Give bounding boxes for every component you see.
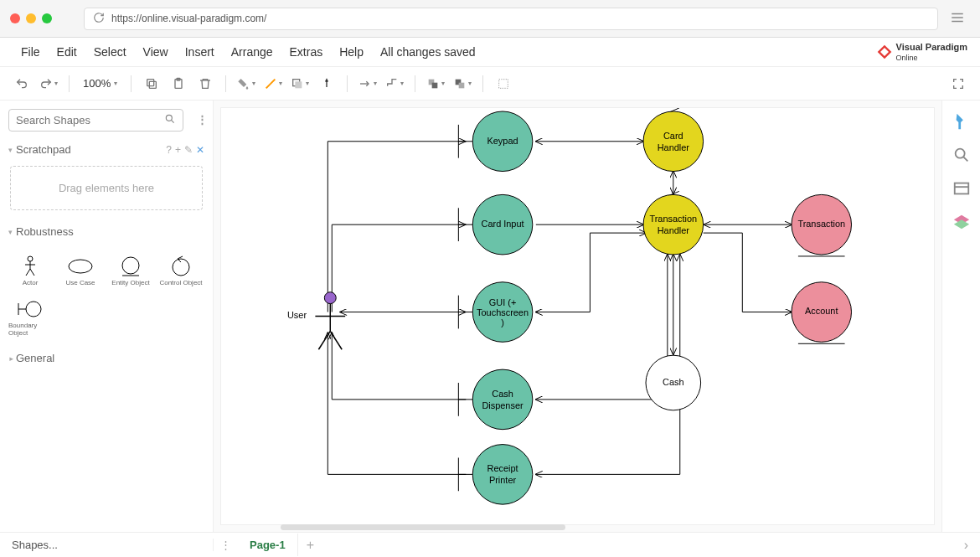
outline-panel-icon[interactable] (952, 179, 971, 198)
edge-gui-txhandler[interactable] (536, 233, 647, 312)
edge-user-printer[interactable] (328, 333, 466, 474)
node-receipt-printer[interactable]: ReceiptPrinter (458, 445, 532, 505)
node-account[interactable]: Account (792, 282, 852, 344)
more-shapes-icon[interactable]: ⋮ (192, 113, 213, 126)
svg-rect-5 (150, 81, 157, 88)
svg-point-32 (472, 111, 533, 172)
menu-select[interactable]: Select (85, 40, 135, 64)
zoom-dropdown[interactable]: 100%▾ (78, 77, 122, 90)
search-shapes[interactable] (8, 109, 183, 132)
sidebar: ⋮ ▾Scratchpad ? + ✎ ✕ Drag elements here… (0, 101, 214, 532)
svg-point-57 (643, 194, 704, 255)
toolbar-separator (347, 75, 348, 92)
node-card-input[interactable]: Card Input (458, 194, 532, 255)
close-window[interactable] (10, 13, 20, 23)
svg-text:User: User (287, 310, 307, 320)
svg-point-27 (26, 302, 41, 317)
palette-entity[interactable]: Entity Object (109, 250, 152, 290)
traffic-lights (10, 13, 52, 23)
menu-view[interactable]: View (135, 40, 177, 64)
format-panel-icon[interactable] (952, 112, 971, 131)
maximize-window[interactable] (42, 13, 52, 23)
toolbar-separator (482, 75, 483, 92)
minimize-window[interactable] (26, 13, 36, 23)
search-icon[interactable] (164, 113, 176, 127)
next-page-icon[interactable]: › (952, 538, 980, 553)
line-color-button[interactable]: ▾ (261, 72, 285, 95)
node-keypad[interactable]: Keypad (458, 111, 532, 172)
waypoint-style-button[interactable]: ▾ (383, 72, 406, 95)
horizontal-scrollbar[interactable] (281, 524, 565, 530)
palette-usecase[interactable]: Use Case (59, 250, 102, 290)
canvas-area[interactable]: Keypad Card Input GUI (+Touchscreen) Cas… (214, 101, 941, 532)
node-card-handler[interactable]: CardHandler (643, 108, 704, 172)
scratchpad-add-icon[interactable]: + (175, 144, 181, 156)
to-back-button[interactable]: ▾ (451, 72, 474, 95)
menu-arrange[interactable]: Arrange (223, 40, 281, 64)
menu-insert[interactable]: Insert (177, 40, 223, 64)
menu-file[interactable]: File (13, 40, 49, 64)
node-cash-dispenser[interactable]: CashDispenser (458, 369, 532, 430)
to-front-button[interactable]: ▾ (424, 72, 447, 95)
toolbar-separator (225, 75, 226, 92)
fill-color-button[interactable]: ▾ (235, 72, 258, 95)
edge-user-dispenser[interactable] (332, 333, 466, 400)
undo-button[interactable] (10, 72, 34, 95)
brand-name: Visual Paradigm (896, 42, 967, 52)
save-status: All changes saved (372, 40, 484, 64)
svg-point-68 (324, 292, 336, 304)
copy-button[interactable] (140, 72, 163, 95)
hamburger-menu-icon[interactable] (945, 10, 970, 28)
connection-style-button[interactable]: ▾ (356, 72, 379, 95)
add-page-icon[interactable]: + (298, 533, 322, 558)
menu-extras[interactable]: Extras (281, 40, 332, 64)
svg-point-63 (792, 282, 852, 343)
node-transaction-handler[interactable]: TransactionHandler (643, 191, 704, 255)
svg-point-60 (792, 194, 852, 255)
search-panel-icon[interactable] (952, 146, 971, 164)
menu-bar: File Edit Select View Insert Arrange Ext… (0, 38, 980, 67)
format-painter-button[interactable] (315, 72, 338, 95)
shadow-button[interactable]: ▾ (288, 72, 312, 95)
fullscreen-button[interactable] (946, 72, 970, 95)
menu-help[interactable]: Help (331, 40, 372, 64)
scratchpad-header[interactable]: ▾Scratchpad ? + ✎ ✕ (0, 138, 213, 161)
page-tab[interactable]: Page-1 (238, 534, 298, 556)
select-rect-button[interactable] (492, 72, 515, 95)
scratchpad-close-icon[interactable]: ✕ (196, 144, 204, 156)
svg-point-51 (472, 445, 533, 505)
edge-txhandler-account[interactable] (704, 233, 792, 312)
robustness-header[interactable]: ▾Robustness (0, 220, 213, 243)
tab-handle-icon[interactable]: ⋮ (214, 539, 238, 551)
svg-point-46 (472, 369, 533, 430)
node-gui[interactable]: GUI (+Touchscreen) (458, 282, 532, 343)
toolbar: ▾ 100%▾ ▾ ▾ ▾ ▾ ▾ ▾ ▾ (0, 67, 980, 101)
svg-rect-15 (499, 79, 508, 88)
menu-edit[interactable]: Edit (49, 40, 85, 64)
address-bar[interactable]: https://online.visual-paradigm.com/ (84, 8, 938, 30)
delete-button[interactable] (193, 72, 217, 95)
paste-button[interactable] (167, 72, 190, 95)
scratchpad-help-icon[interactable]: ? (166, 144, 172, 156)
node-cash[interactable]: Cash (646, 355, 701, 410)
window-chrome: https://online.visual-paradigm.com/ (0, 0, 980, 38)
node-user-actor[interactable]: User (287, 292, 345, 350)
edge-user-cardinput[interactable] (332, 224, 466, 312)
shapes-link[interactable]: Shapes... (0, 539, 214, 551)
scratchpad-edit-icon[interactable]: ✎ (184, 144, 193, 156)
svg-point-54 (643, 111, 704, 172)
general-header[interactable]: ▾General (0, 347, 213, 369)
search-input[interactable] (16, 114, 164, 126)
refresh-icon[interactable] (93, 12, 105, 26)
node-transaction[interactable]: Transaction (792, 194, 852, 256)
redo-button[interactable]: ▾ (37, 72, 60, 95)
palette-actor[interactable]: Actor (8, 250, 52, 290)
scratchpad-dropzone[interactable]: Drag elements here (10, 166, 203, 210)
diagram-canvas[interactable]: Keypad Card Input GUI (+Touchscreen) Cas… (220, 107, 935, 525)
svg-line-71 (318, 331, 330, 349)
palette-control[interactable]: Control Object (159, 250, 203, 290)
palette-boundary[interactable]: Boundary Object (8, 297, 52, 337)
layers-panel-icon[interactable] (952, 213, 971, 231)
edge-user-keypad[interactable] (328, 142, 466, 312)
brand-logo[interactable]: Visual ParadigmOnline (876, 42, 967, 62)
